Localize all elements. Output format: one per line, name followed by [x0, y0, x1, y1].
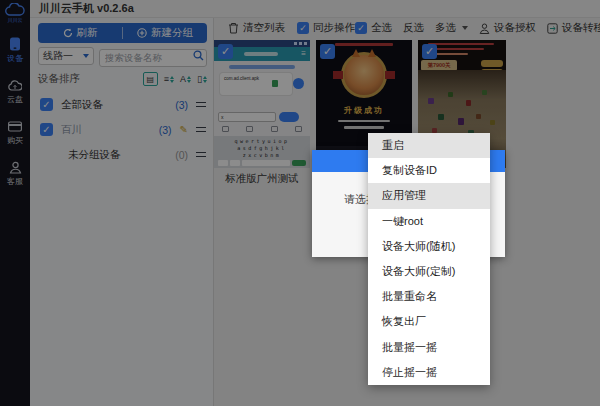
context-menu: 重启 复制设备ID 应用管理 一键root 设备大师(随机) 设备大师(定制) … — [368, 133, 490, 385]
modal-overlay[interactable] — [0, 0, 600, 406]
menu-item-batch-shake[interactable]: 批量摇一摇 — [368, 335, 490, 360]
menu-item-factory-reset[interactable]: 恢复出厂 — [368, 309, 490, 334]
menu-item-one-key-root[interactable]: 一键root — [368, 209, 490, 234]
app-window: 川川云 设备 云盘 购买 客服 川川云手机 v0. — [0, 0, 600, 406]
menu-item-stop-shake[interactable]: 停止摇一摇 — [368, 360, 490, 385]
menu-item-device-master-custom[interactable]: 设备大师(定制) — [368, 259, 490, 284]
menu-item-restart[interactable]: 重启 — [368, 133, 490, 158]
menu-item-device-master-random[interactable]: 设备大师(随机) — [368, 234, 490, 259]
menu-item-copy-device-id[interactable]: 复制设备ID — [368, 158, 490, 183]
menu-item-batch-rename[interactable]: 批量重命名 — [368, 284, 490, 309]
menu-item-app-management[interactable]: 应用管理 — [368, 183, 490, 208]
